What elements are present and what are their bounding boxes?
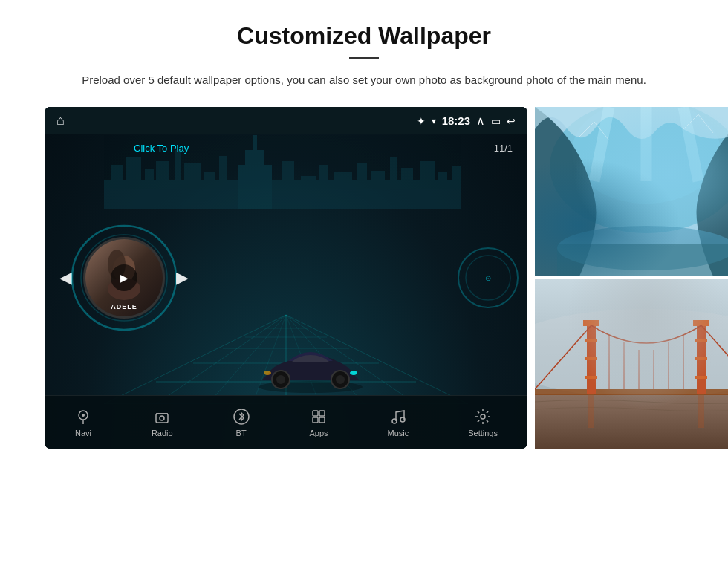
nav-item-radio[interactable]: Radio (152, 408, 173, 437)
svg-rect-20 (175, 150, 181, 209)
settings-icon (474, 408, 492, 426)
svg-rect-70 (557, 244, 728, 276)
svg-point-54 (82, 414, 85, 417)
apps-label: Apps (310, 429, 328, 437)
svg-point-72 (535, 309, 728, 398)
radio-icon (153, 408, 171, 426)
svg-rect-26 (238, 165, 272, 209)
svg-rect-21 (184, 163, 201, 209)
svg-point-68 (572, 107, 721, 204)
svg-rect-17 (126, 157, 141, 209)
svg-rect-74 (535, 389, 728, 395)
svg-rect-27 (282, 161, 294, 209)
svg-rect-28 (301, 176, 316, 209)
music-label: Music (388, 429, 409, 437)
svg-rect-77 (585, 339, 597, 342)
svg-rect-82 (695, 339, 707, 342)
svg-rect-66 (535, 107, 728, 276)
bt-icon (233, 408, 250, 426)
svg-point-49 (264, 371, 271, 375)
page-title: Customized Wallpaper (237, 22, 491, 50)
svg-rect-33 (390, 157, 397, 209)
album-label: ADELE (111, 303, 137, 310)
ice-cave-graphic (535, 107, 728, 276)
radio-label: Radio (152, 429, 173, 437)
nav-item-settings[interactable]: Settings (468, 408, 498, 437)
svg-rect-81 (693, 320, 709, 326)
svg-point-47 (336, 375, 345, 384)
expand-icon[interactable]: ∧ (476, 114, 485, 128)
svg-rect-71 (535, 279, 728, 449)
apps-icon (310, 408, 328, 426)
svg-rect-73 (535, 394, 728, 449)
nav-item-navi[interactable]: Navi (74, 408, 92, 437)
svg-rect-59 (313, 411, 318, 416)
svg-rect-37 (452, 166, 461, 209)
album-disc[interactable]: ▶ ADELE (83, 237, 165, 319)
settings-label: Settings (468, 429, 498, 437)
svg-rect-79 (585, 376, 597, 379)
date-display: 11/1 (494, 143, 513, 154)
bluetooth-icon: ✦ (417, 115, 426, 127)
status-time: 18:23 (442, 114, 470, 127)
svg-rect-62 (319, 417, 325, 423)
svg-rect-35 (420, 161, 435, 209)
svg-rect-32 (371, 171, 385, 209)
svg-rect-75 (587, 320, 596, 394)
svg-point-69 (557, 226, 728, 270)
play-button[interactable]: ▶ (111, 264, 137, 291)
svg-point-48 (350, 371, 357, 375)
bottom-nav: Navi Radio BT (45, 395, 527, 449)
bt-label: BT (236, 429, 247, 437)
status-right: ✦ ▾ 18:23 ∧ ▭ ↩ (417, 114, 516, 128)
svg-rect-60 (319, 411, 325, 416)
svg-rect-83 (695, 357, 707, 360)
svg-rect-18 (145, 169, 154, 209)
svg-rect-22 (204, 172, 215, 209)
svg-rect-36 (438, 172, 447, 209)
svg-point-45 (276, 375, 285, 384)
svg-point-65 (481, 414, 485, 419)
car-screen: ⌂ ✦ ▾ 18:23 ∧ ▭ ↩ Click To Play 11/1 (45, 107, 527, 449)
nav-item-bt[interactable]: BT (233, 408, 250, 437)
svg-text:⊙: ⊙ (485, 274, 491, 282)
home-icon[interactable]: ⌂ (56, 113, 65, 128)
wifi-icon: ▾ (432, 116, 436, 126)
nav-item-apps[interactable]: Apps (310, 408, 328, 437)
svg-rect-80 (697, 320, 706, 394)
side-images (535, 107, 728, 449)
svg-point-56 (160, 416, 164, 420)
car-graphic (251, 339, 370, 398)
window-icon[interactable]: ▭ (491, 115, 501, 127)
svg-rect-30 (334, 172, 352, 209)
navi-label: Navi (75, 429, 91, 437)
music-panel: ◀ ▶ (59, 233, 189, 322)
svg-rect-23 (219, 156, 227, 209)
svg-rect-29 (319, 165, 328, 209)
ice-cave-image (535, 107, 728, 276)
status-bar: ⌂ ✦ ▾ 18:23 ∧ ▭ ↩ (45, 107, 527, 134)
svg-rect-61 (313, 417, 318, 423)
svg-rect-55 (156, 414, 168, 423)
status-left: ⌂ (56, 113, 65, 128)
svg-rect-31 (357, 163, 367, 209)
music-icon (389, 408, 407, 426)
nav-item-music[interactable]: Music (388, 408, 409, 437)
title-divider (349, 57, 379, 59)
page-description: Preload over 5 default wallpaper options… (82, 71, 646, 89)
next-button[interactable]: ▶ (176, 268, 189, 287)
navi-icon (74, 408, 92, 426)
main-content: ⌂ ✦ ▾ 18:23 ∧ ▭ ↩ Click To Play 11/1 (45, 107, 683, 449)
bridge-graphic (535, 279, 728, 449)
back-icon[interactable]: ↩ (507, 115, 516, 127)
svg-rect-76 (583, 320, 599, 326)
svg-rect-19 (156, 161, 169, 209)
svg-point-67 (550, 107, 728, 233)
svg-rect-16 (111, 165, 123, 209)
svg-rect-34 (401, 168, 413, 209)
svg-rect-84 (695, 376, 707, 379)
city-silhouette (104, 135, 461, 209)
bridge-image (535, 279, 728, 449)
gauge-circle: ⊙ (455, 244, 521, 311)
svg-rect-78 (585, 357, 597, 360)
